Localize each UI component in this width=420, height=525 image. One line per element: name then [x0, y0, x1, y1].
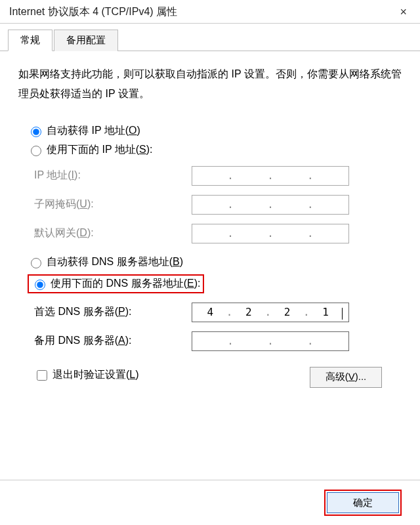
- radio-auto-ip[interactable]: [31, 127, 41, 137]
- ip-address-label: IP 地址(I):: [34, 169, 192, 182]
- description-text: 如果网络支持此功能，则可以获取自动指派的 IP 设置。否则，你需要从网络系统管理…: [18, 64, 402, 104]
- alternate-dns-label: 备用 DNS 服务器(A):: [34, 334, 192, 348]
- validate-label: 退出时验证设置(L): [52, 368, 139, 382]
- radio-auto-dns-label: 自动获得 DNS 服务器地址(B): [47, 255, 183, 269]
- tab-general[interactable]: 常规: [8, 30, 52, 51]
- highlight-manual-dns: 使用下面的 DNS 服务器地址(E):: [28, 274, 204, 293]
- subnet-mask-field: ...: [192, 195, 349, 215]
- text-cursor: [342, 308, 343, 320]
- subnet-mask-label: 子网掩码(U):: [34, 198, 192, 211]
- ip-address-field: ...: [192, 166, 349, 186]
- radio-manual-ip[interactable]: [31, 146, 41, 156]
- advanced-button[interactable]: 高级(V)...: [310, 367, 382, 388]
- ok-button[interactable]: 确定: [327, 492, 399, 513]
- alternate-dns-field[interactable]: ...: [192, 331, 349, 351]
- validate-checkbox[interactable]: [37, 370, 47, 381]
- tab-strip: 常规 备用配置: [0, 24, 420, 51]
- preferred-dns-field[interactable]: 4. 2. 2. 1: [192, 303, 349, 322]
- preferred-dns-label: 首选 DNS 服务器(P):: [34, 305, 192, 319]
- radio-manual-dns-label: 使用下面的 DNS 服务器地址(E):: [51, 277, 200, 291]
- radio-manual-dns[interactable]: [35, 280, 45, 290]
- gateway-field: ...: [192, 224, 349, 243]
- close-icon[interactable]: ×: [396, 5, 411, 19]
- window-title: Internet 协议版本 4 (TCP/IPv4) 属性: [9, 5, 177, 19]
- highlight-ok: 确定: [324, 490, 402, 516]
- gateway-label: 默认网关(D):: [34, 226, 192, 240]
- radio-auto-ip-label: 自动获得 IP 地址(O): [47, 124, 140, 138]
- tab-alternate[interactable]: 备用配置: [54, 30, 118, 51]
- radio-manual-ip-label: 使用下面的 IP 地址(S):: [47, 143, 153, 157]
- radio-auto-dns[interactable]: [31, 258, 41, 268]
